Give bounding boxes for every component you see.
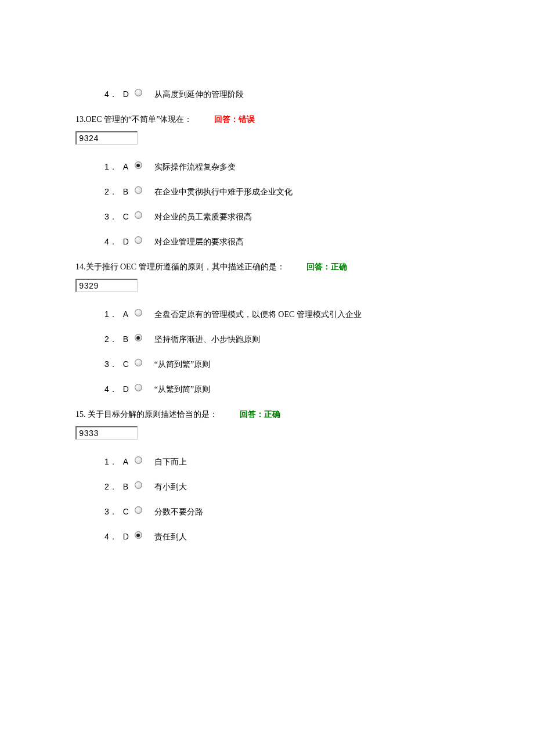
id-input[interactable]: 9333 bbox=[75, 426, 138, 440]
option-row: 4． D 从高度到延伸的管理阶段 bbox=[104, 88, 459, 100]
radio-icon[interactable] bbox=[135, 89, 142, 96]
option-text: “从繁到简”原则 bbox=[154, 383, 210, 395]
option-letter: C bbox=[123, 358, 135, 370]
option-row: 2． B 坚持循序渐进、小步快跑原则 bbox=[104, 333, 459, 345]
id-input[interactable]: 9329 bbox=[75, 279, 138, 292]
option-letter: A bbox=[123, 308, 135, 321]
radio-icon[interactable] bbox=[135, 531, 142, 539]
option-number: 2． bbox=[104, 333, 117, 345]
option-row: 1． A 实际操作流程复杂多变 bbox=[104, 161, 459, 173]
option-row: 3． C 分数不要分路 bbox=[104, 506, 459, 518]
option-number: 2． bbox=[104, 186, 117, 198]
question-header: 13.OEC 管理的“不简单”体现在： 回答：错误 bbox=[75, 113, 459, 125]
option-number: 1． bbox=[104, 161, 117, 173]
option-number: 3． bbox=[104, 506, 117, 518]
radio-icon[interactable] bbox=[135, 481, 142, 489]
question-number: 15. bbox=[75, 410, 86, 419]
radio-icon[interactable] bbox=[135, 186, 142, 194]
id-field: 9324 bbox=[75, 131, 459, 145]
option-text: 自下而上 bbox=[154, 456, 187, 468]
option-letter: C bbox=[123, 211, 135, 223]
radio-icon[interactable] bbox=[135, 236, 142, 244]
option-row: 3． C “从简到繁”原则 bbox=[104, 358, 459, 370]
radio-icon[interactable] bbox=[135, 211, 142, 219]
answer-feedback: 回答：正确 bbox=[240, 410, 280, 419]
question-header: 14.关于推行 OEC 管理所遵循的原则，其中描述正确的是： 回答：正确 bbox=[75, 261, 459, 273]
option-row: 3． C 对企业的员工素质要求很高 bbox=[104, 211, 459, 223]
option-letter: B bbox=[123, 186, 135, 198]
option-row: 4． D 对企业管理层的要求很高 bbox=[104, 236, 459, 248]
option-number: 3． bbox=[104, 211, 117, 223]
option-number: 1． bbox=[104, 308, 117, 321]
option-row: 4． D “从繁到简”原则 bbox=[104, 383, 459, 395]
option-number: 4． bbox=[104, 383, 117, 395]
option-text: 责任到人 bbox=[154, 531, 187, 543]
option-number: 1． bbox=[104, 456, 117, 468]
radio-icon[interactable] bbox=[135, 384, 142, 391]
option-number: 4． bbox=[104, 531, 117, 543]
option-number: 3． bbox=[104, 358, 117, 370]
option-row: 4． D 责任到人 bbox=[104, 531, 459, 543]
option-letter: D bbox=[123, 88, 135, 100]
option-number: 4． bbox=[104, 88, 117, 100]
radio-icon[interactable] bbox=[135, 359, 142, 366]
option-text: 实际操作流程复杂多变 bbox=[154, 161, 236, 173]
option-row: 1． A 自下而上 bbox=[104, 456, 459, 468]
option-text: 分数不要分路 bbox=[154, 506, 203, 518]
option-row: 2． B 有小到大 bbox=[104, 481, 459, 493]
radio-icon[interactable] bbox=[135, 506, 142, 514]
option-letter: A bbox=[123, 456, 135, 468]
option-text: 在企业中贯彻执行中难于形成企业文化 bbox=[154, 186, 293, 198]
option-letter: A bbox=[123, 161, 135, 173]
id-field: 9333 bbox=[75, 426, 459, 440]
option-letter: B bbox=[123, 333, 135, 345]
id-field: 9329 bbox=[75, 279, 459, 292]
id-input[interactable]: 9324 bbox=[75, 131, 138, 145]
option-row: 1． A 全盘否定原有的管理模式，以便将 OEC 管理模式引入企业 bbox=[104, 308, 459, 321]
option-text: 有小到大 bbox=[154, 481, 187, 493]
option-letter: D bbox=[123, 383, 135, 395]
radio-icon[interactable] bbox=[135, 161, 142, 169]
option-text: 坚持循序渐进、小步快跑原则 bbox=[154, 333, 260, 345]
question-text: 关于目标分解的原则描述恰当的是： bbox=[86, 410, 218, 419]
radio-icon[interactable] bbox=[135, 456, 142, 464]
option-text: 全盘否定原有的管理模式，以便将 OEC 管理模式引入企业 bbox=[154, 308, 362, 321]
option-letter: C bbox=[123, 506, 135, 518]
option-text: 对企业的员工素质要求很高 bbox=[154, 211, 252, 223]
option-number: 2． bbox=[104, 481, 117, 493]
option-row: 2． B 在企业中贯彻执行中难于形成企业文化 bbox=[104, 186, 459, 198]
question-text: 关于推行 OEC 管理所遵循的原则，其中描述正确的是： bbox=[86, 262, 285, 271]
page: 4． D 从高度到延伸的管理阶段 13.OEC 管理的“不简单”体现在： 回答：… bbox=[0, 0, 534, 543]
option-text: “从简到繁”原则 bbox=[154, 358, 210, 370]
question-number: 14. bbox=[75, 262, 86, 271]
question-number: 13. bbox=[75, 115, 86, 124]
question-text: OEC 管理的“不简单”体现在： bbox=[86, 115, 193, 124]
option-letter: D bbox=[123, 531, 135, 543]
option-number: 4． bbox=[104, 236, 117, 248]
radio-icon[interactable] bbox=[135, 309, 142, 316]
radio-icon[interactable] bbox=[135, 334, 142, 341]
answer-feedback: 回答：错误 bbox=[214, 115, 255, 124]
question-header: 15. 关于目标分解的原则描述恰当的是： 回答：正确 bbox=[75, 408, 459, 420]
option-letter: D bbox=[123, 236, 135, 248]
option-text: 从高度到延伸的管理阶段 bbox=[154, 88, 244, 100]
answer-feedback: 回答：正确 bbox=[306, 262, 347, 271]
option-text: 对企业管理层的要求很高 bbox=[154, 236, 244, 248]
option-letter: B bbox=[123, 481, 135, 493]
